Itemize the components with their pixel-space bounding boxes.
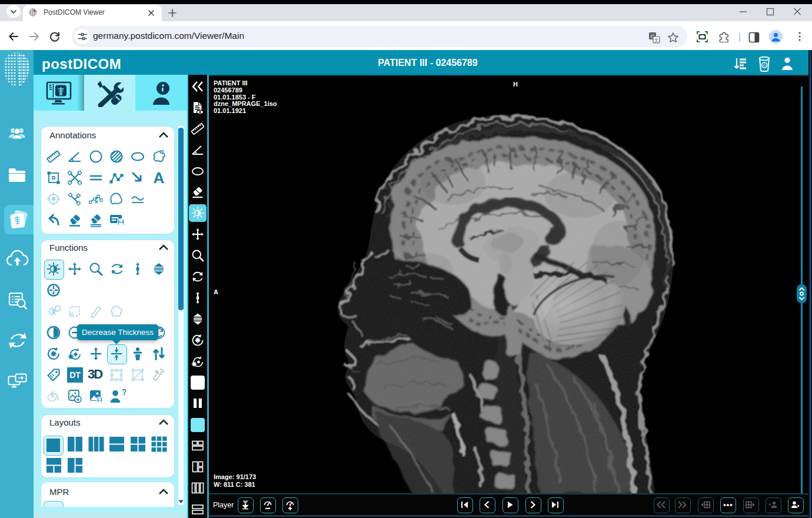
svg-text:?: ? [122,389,126,397]
svg-text:文: 文 [654,37,659,43]
